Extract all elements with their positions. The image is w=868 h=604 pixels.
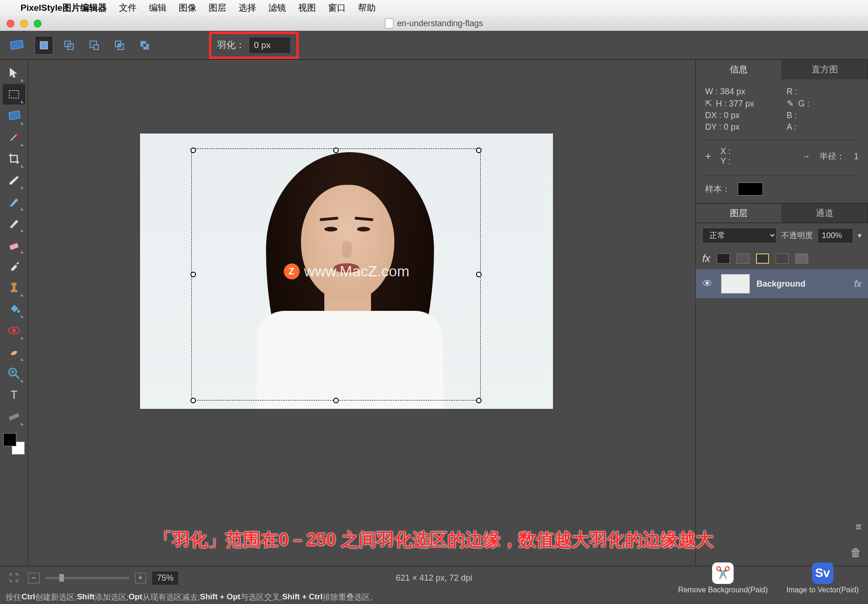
options-bar: 羽化： xyxy=(0,31,868,60)
svg-point-21 xyxy=(11,282,17,286)
layer-item-background[interactable]: 👁 Background fx xyxy=(696,269,868,298)
radius-value: 1 xyxy=(854,152,859,162)
handle-tr[interactable] xyxy=(476,147,482,153)
handle-mr[interactable] xyxy=(476,272,482,277)
feather-input[interactable] xyxy=(249,37,291,54)
panel-menu-icon[interactable]: ≡ xyxy=(855,521,861,533)
close-window-button[interactable] xyxy=(7,20,14,28)
magic-wand-tool[interactable] xyxy=(3,127,25,147)
tab-channels[interactable]: 通道 xyxy=(782,204,868,223)
move-tool[interactable] xyxy=(3,63,25,83)
eyedropper-tool[interactable] xyxy=(3,256,25,276)
handle-tl[interactable] xyxy=(190,147,196,153)
blend-mode-select[interactable]: 正常 xyxy=(702,228,777,243)
canvas-area[interactable]: Z www.MacZ.com xyxy=(28,60,695,566)
bucket-tool[interactable] xyxy=(3,299,25,319)
feather-label: 羽化： xyxy=(217,39,245,51)
feather-group: 羽化： xyxy=(209,32,299,59)
marquee-tool[interactable] xyxy=(3,84,25,105)
eraser-tool[interactable] xyxy=(3,234,25,255)
left-toolbar: T xyxy=(0,60,28,566)
svg-rect-5 xyxy=(94,45,98,49)
zoom-slider[interactable] xyxy=(45,577,129,579)
handle-br[interactable] xyxy=(476,398,482,403)
menu-image[interactable]: 图像 xyxy=(179,2,196,14)
layer-name: Background xyxy=(756,279,847,289)
handle-bl[interactable] xyxy=(190,398,196,403)
menu-file[interactable]: 文件 xyxy=(119,2,137,14)
tool-preset-icon[interactable] xyxy=(6,37,28,54)
info-dy: DY : 0 px xyxy=(705,122,777,132)
fx-sw-2[interactable] xyxy=(736,253,749,264)
macos-menubar: PixelStyle图片编辑器 文件 编辑 图像 图层 选择 滤镜 视图 窗口 … xyxy=(0,0,868,16)
fx-sw-1[interactable] xyxy=(717,253,730,264)
handle-tc[interactable] xyxy=(333,147,339,153)
lasso-tool[interactable] xyxy=(3,105,25,126)
svg-text:T: T xyxy=(10,388,17,401)
sample-swatch[interactable] xyxy=(738,183,763,196)
menubar-app-name[interactable]: PixelStyle图片编辑器 xyxy=(21,2,107,14)
stamp-tool[interactable] xyxy=(3,277,25,298)
tab-info[interactable]: 信息 xyxy=(696,60,782,79)
zoom-in-button[interactable]: + xyxy=(135,573,147,583)
image-to-vector-tool[interactable]: Sv Image to Vector(Paid) xyxy=(786,562,859,594)
measure-tool[interactable] xyxy=(3,406,25,427)
foreground-color-swatch[interactable] xyxy=(3,433,16,446)
trash-icon[interactable]: 🗑 xyxy=(850,546,861,559)
radius-label: 半径： xyxy=(819,151,845,162)
layer-visibility-icon[interactable]: 👁 xyxy=(702,278,714,290)
menu-help[interactable]: 帮助 xyxy=(358,2,376,14)
scissors-icon: ✂️ xyxy=(712,562,734,584)
layers-header: 正常 不透明度 ▾ xyxy=(696,223,868,248)
selection-intersect-button[interactable] xyxy=(110,36,129,55)
tab-layers[interactable]: 图层 xyxy=(696,204,782,223)
crop-tool[interactable] xyxy=(3,148,25,169)
remove-bg-tool[interactable]: ✂️ Remove Background(Paid) xyxy=(678,562,768,594)
handle-bc[interactable] xyxy=(333,398,339,403)
pencil-tool[interactable] xyxy=(3,213,25,233)
svg-line-26 xyxy=(15,375,19,379)
text-tool[interactable]: T xyxy=(3,385,25,405)
zoom-value[interactable]: 75% xyxy=(152,571,179,585)
svg-point-16 xyxy=(14,132,15,133)
fx-sw-4[interactable] xyxy=(776,253,789,264)
smudge-tool[interactable] xyxy=(3,342,25,362)
menu-select[interactable]: 选择 xyxy=(238,2,256,14)
selection-new-button[interactable] xyxy=(35,36,53,55)
zoom-out-button[interactable]: − xyxy=(28,573,40,583)
plus-icon[interactable]: + xyxy=(705,150,711,162)
layer-fx-icon[interactable]: fx xyxy=(854,279,861,289)
menu-edit[interactable]: 编辑 xyxy=(149,2,167,14)
menu-filter[interactable]: 滤镜 xyxy=(268,2,286,14)
zoom-tool[interactable] xyxy=(3,363,25,384)
fx-sw-3[interactable] xyxy=(756,253,769,264)
svg-marker-12 xyxy=(10,68,17,78)
selection-subtract-button[interactable] xyxy=(85,36,104,55)
color-swatches[interactable] xyxy=(3,433,25,455)
crosshair-icon: ⇱ xyxy=(705,98,712,109)
menu-window[interactable]: 窗口 xyxy=(328,2,346,14)
handle-ml[interactable] xyxy=(190,272,196,277)
minimize-window-button[interactable] xyxy=(20,20,28,28)
img2vec-label: Image to Vector(Paid) xyxy=(786,586,859,594)
info-a: A : xyxy=(787,122,859,132)
opacity-input[interactable] xyxy=(818,228,853,243)
fx-sw-5[interactable] xyxy=(795,253,808,264)
menu-view[interactable]: 视图 xyxy=(298,2,316,14)
fullscreen-window-button[interactable] xyxy=(34,20,42,28)
brush-tool[interactable] xyxy=(3,170,25,190)
svg-rect-13 xyxy=(9,91,19,98)
chevron-down-icon[interactable]: ▾ xyxy=(858,231,861,240)
tab-histogram[interactable]: 直方图 xyxy=(782,60,868,79)
selection-exclude-button[interactable] xyxy=(135,36,154,55)
canvas[interactable]: Z www.MacZ.com xyxy=(140,133,553,409)
menu-layer[interactable]: 图层 xyxy=(209,2,226,14)
fx-row: fx xyxy=(696,248,868,269)
fit-screen-icon[interactable]: ⛶ xyxy=(9,573,19,583)
svg-rect-8 xyxy=(118,44,121,47)
pen-tool[interactable] xyxy=(3,191,25,212)
fx-icon[interactable]: fx xyxy=(702,253,710,265)
redeye-tool[interactable] xyxy=(3,320,25,341)
svg-point-15 xyxy=(16,133,18,135)
selection-add-button[interactable] xyxy=(60,36,78,55)
